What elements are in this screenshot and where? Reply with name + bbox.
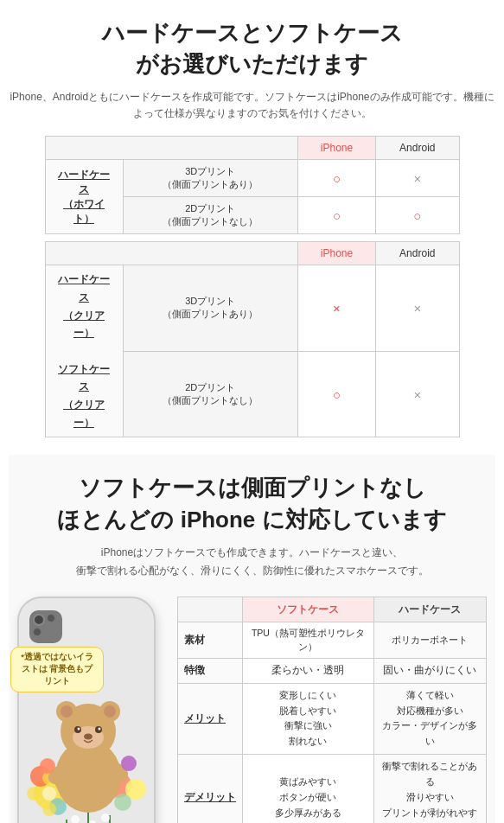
print-2d-label2: 2Dプリント（側面プリントなし） [123,351,297,437]
svg-point-22 [61,705,73,718]
section1: ハードケースとソフトケース がお選びいただけます iPhone、Androidと… [9,17,495,437]
material-soft: TPU（熱可塑性ポリウレタン） [243,622,374,659]
svg-point-35 [71,815,80,823]
section2-content: Bottle Music *透過ではないイラストは 背景色もプリント ※ソフトケ… [17,597,487,823]
svg-point-37 [101,813,110,822]
section2-title: ソフトケースは側面プリントなし ほとんどの iPhone に対応しています [17,472,487,535]
3d-android-mark1: × [376,160,459,197]
svg-point-30 [84,733,93,739]
feature-hard: 固い・曲がりにくい [373,659,486,683]
demerit-soft: 黄ばみやすい ボタンが硬い 多少厚みがある [243,755,374,823]
case-table1: iPhone Android ハードケース （ホワイト） 3Dプリント（側面プリ… [45,136,460,437]
print-2d-label1: 2Dプリント（側面プリントなし） [123,197,297,234]
3d-iphone-mark1: ○ [297,160,375,197]
merit-soft: 変形しにくい 脱着しやすい 衝撃に強い 割れない [243,683,374,754]
col-android-header2: Android [376,242,459,265]
empty-header [178,597,243,622]
svg-point-13 [42,787,56,801]
section2: ソフトケースは側面プリントなし ほとんどの iPhone に対応しています iP… [9,455,495,823]
material-label: 素材 [178,622,243,659]
svg-point-33 [40,758,55,774]
feature-soft: 柔らかい・透明 [243,659,374,683]
svg-point-34 [121,756,137,771]
svg-point-11 [27,787,41,801]
section1-description: iPhone、Androidともにハードケースを作成可能です。ソフトケースはiP… [9,89,495,122]
page-wrapper: ハードケースとソフトケース がお選びいただけます iPhone、Androidと… [0,0,504,823]
hard-case-header: ハードケース [373,597,486,622]
demerit-label: デメリット [178,755,243,823]
2d-iphone-mark2: ○ [297,351,375,437]
table-column: ソフトケース ハードケース 素材 TPU（熱可塑性ポリウレタン） ポリカーボネー… [177,597,487,823]
section2-description: iPhoneはソフトケースでも作成できます。ハードケースと違い、 衝撃で割れる心… [17,544,487,579]
svg-point-10 [42,802,56,816]
merit-label: メリット [178,683,243,754]
print-3d-label2: 3Dプリント（側面プリントあり） [123,265,297,352]
print-3d-label1: 3Dプリント（側面プリントあり） [123,160,297,197]
bubble-label: *透過ではないイラストは 背景色もプリント [10,647,104,692]
3d-iphone-mark2: × [297,265,375,352]
phone-column: Bottle Music *透過ではないイラストは 背景色もプリント ※ソフトケ… [17,597,169,823]
phone-mockup: Bottle Music [17,597,156,823]
compare-table: ソフトケース ハードケース 素材 TPU（熱可塑性ポリウレタン） ポリカーボネー… [177,597,487,823]
col-iphone-header1: iPhone [297,137,375,160]
col-iphone-header2: iPhone [297,242,375,265]
2d-android-mark2: × [376,351,459,437]
svg-point-28 [78,727,80,730]
3d-android-mark2: × [376,265,459,352]
demerit-hard: 衝撃で割れることがある 滑りやすい プリントが剥がれやすい [373,755,486,823]
hard-white-label: ハードケース （ホワイト） [45,160,123,234]
merit-hard: 薄くて軽い 対応機種が多い カラー・デザインが多い [373,683,486,754]
svg-point-24 [104,705,116,718]
svg-point-7 [114,794,131,811]
section1-title: ハードケースとソフトケース がお選びいただけます [9,17,495,80]
hard-clear-soft-clear-label: ハードケース（クリアー） ソフトケース（クリアー） [45,265,123,437]
2d-android-mark1: ○ [376,197,459,234]
material-hard: ポリカーボネート [373,622,486,659]
2d-iphone-mark1: ○ [297,197,375,234]
col-android-header1: Android [376,137,459,160]
feature-label: 特徴 [178,659,243,683]
soft-case-header: ソフトケース [243,597,374,622]
table1-wrap: iPhone Android ハードケース （ホワイト） 3Dプリント（側面プリ… [9,136,495,437]
svg-point-29 [99,727,101,730]
